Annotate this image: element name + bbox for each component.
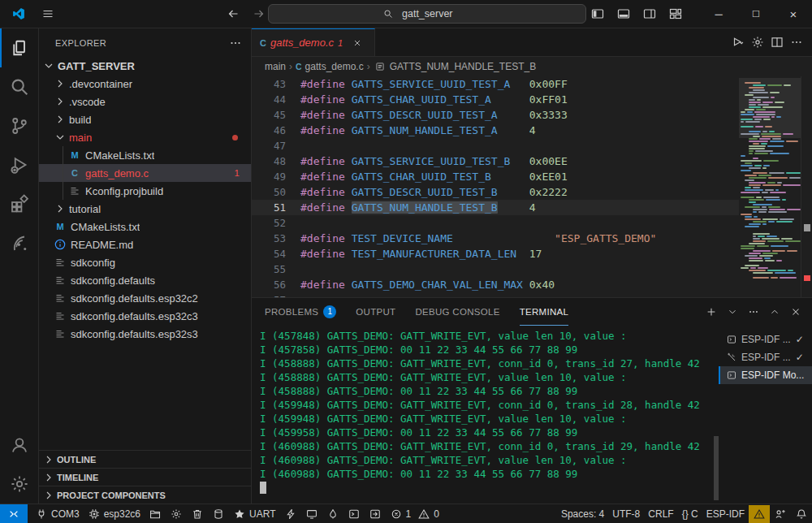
code-line-49[interactable]: 49#define GATTS_CHAR_UUID_TEST_B 0xEE01 [252,169,739,184]
status-remote-window-button[interactable] [0,504,28,523]
close-panel-icon[interactable] [786,302,806,322]
tree-item-sdkconfig-defaults[interactable]: sdkconfig.defaults [39,271,251,289]
code-line-55[interactable]: 55 [252,262,739,277]
status-monitor-button[interactable] [301,505,322,523]
code-line-56[interactable]: 56#define GATTS_DEMO_CHAR_VAL_LEN_MAX 0x… [252,277,739,292]
code-line-43[interactable]: 43#define GATTS_SERVICE_UUID_TEST_A 0x00… [252,76,739,92]
status-flash-button[interactable] [280,505,301,523]
new-terminal-icon[interactable] [702,302,721,322]
activitybar-source-control-icon[interactable] [0,106,38,145]
status-erase-flash-button[interactable] [208,505,229,523]
status-full-clean-button[interactable] [187,505,208,523]
code-line-44[interactable]: 44#define GATTS_CHAR_UUID_TEST_A 0xFF01 [252,92,739,107]
status-uart-button[interactable]: UART [229,505,279,523]
tree-item-kconfig-projbuild[interactable]: Kconfig.projbuild [39,182,251,200]
code-line-51[interactable]: 51#define GATTS_NUM_HANDLE_TEST_B 4 [252,200,739,215]
breadcrumb-item[interactable]: gatts_demo.c [305,61,364,72]
code-line-53[interactable]: 53#define TEST_DEVICE_NAME "ESP_GATTS_DE… [252,231,739,246]
tree-item-readme-md[interactable]: README.md [39,236,251,253]
minimap[interactable] [739,76,801,297]
panel-tab-terminal[interactable]: TERMINAL [520,298,569,326]
code-line-45[interactable]: 45#define GATTS_DESCR_UUID_TEST_A 0x3333 [252,107,739,123]
terminal-output[interactable]: I (457848) GATTS_DEMO: GATT_WRITE_EVT, v… [252,326,719,504]
terminal-list-item-1[interactable]: ESP-IDF ...✓ [719,331,812,348]
tab-gatts-demo[interactable]: C gatts_demo.c 1 [252,28,375,56]
code-editor[interactable]: 43#define GATTS_SERVICE_UUID_TEST_A 0x00… [252,76,812,297]
tree-item--devcontainer[interactable]: .devcontainer [39,75,251,93]
panel-tab-output[interactable]: OUTPUT [356,298,395,326]
breadcrumb-item[interactable]: GATTS_NUM_HANDLE_TEST_B [390,61,537,72]
split-editor-icon[interactable] [768,33,786,51]
status-feedback-button[interactable] [770,505,791,523]
toggle-sidebar-icon[interactable] [586,2,609,25]
activitybar-explorer-icon[interactable] [0,28,38,67]
section-timeline[interactable]: TIMELINE [39,468,251,486]
status-encoding-button[interactable]: UTF-8 [608,505,644,523]
section-project-components[interactable]: PROJECT COMPONENTS [39,486,251,504]
terminal-dropdown-icon[interactable] [723,302,742,322]
explorer-more-actions-icon[interactable] [227,34,244,52]
status-idf-warning-button[interactable] [749,505,770,523]
run-dropdown-icon[interactable] [729,33,747,51]
tree-item-sdkconfig[interactable]: sdkconfig [39,253,251,271]
status-flash-method-button[interactable] [145,505,166,523]
customize-layout-icon[interactable] [664,2,687,25]
code-line-46[interactable]: 46#define GATTS_NUM_HANDLE_TEST_A 4 [252,123,739,138]
terminal-scrollbar[interactable] [714,436,719,500]
maximize-button[interactable]: ☐ [737,0,775,28]
command-center-search[interactable] [268,4,586,24]
tree-item-tutorial[interactable]: tutorial [39,200,251,218]
overview-ruler[interactable] [801,76,812,297]
breadcrumb-item[interactable]: main [265,61,286,72]
editor-settings-icon[interactable] [749,33,767,51]
tree-item-cmakelists-txt[interactable]: MCMakeLists.txt [39,146,251,164]
nav-forward-icon[interactable] [250,5,268,23]
tree-item-cmakelists-txt[interactable]: MCMakeLists.txt [39,218,251,236]
status-debug-shortcut-button[interactable] [365,505,386,523]
close-button[interactable]: × [775,0,812,28]
activitybar-search-icon[interactable] [0,67,38,106]
minimize-button[interactable]: ─ [700,0,737,28]
activitybar-extensions-icon[interactable] [0,184,38,223]
code-line-50[interactable]: 50#define GATTS_DESCR_UUID_TEST_B 0x2222 [252,184,739,200]
panel-tab-problems[interactable]: PROBLEMS1 [265,298,336,326]
tree-root-gatt-server[interactable]: GATT_SERVER [39,57,251,75]
status-problems-button[interactable]: 10 [386,505,443,523]
terminal-list-item-3[interactable]: ESP-IDF Mo... [719,366,812,384]
code-line-52[interactable]: 52 [252,215,739,231]
code-line-48[interactable]: 48#define GATTS_SERVICE_UUID_TEST_B 0x00… [252,153,739,169]
status-device-target-button[interactable]: esp32c6 [84,505,145,523]
toggle-panel-icon[interactable] [612,2,635,25]
tab-close-icon[interactable] [348,34,366,52]
tree-item-build[interactable]: build [39,110,251,128]
status-notifications-button[interactable] [791,505,812,523]
tree-item-sdkconfig-defaults-esp32s3[interactable]: sdkconfig.defaults.esp32s3 [39,325,251,343]
code-line-54[interactable]: 54#define TEST_MANUFACTURER_DATA_LEN 17 [252,246,739,262]
activitybar-espressif-icon[interactable] [0,223,38,262]
status-build-flash-monitor-button[interactable] [322,505,343,523]
tree-item-gatts-demo-c[interactable]: Cgatts_demo.c1 [39,164,251,182]
panel-tab-debug-console[interactable]: DEBUG CONSOLE [415,298,499,326]
status-serial-port-button[interactable]: COM3 [31,505,84,523]
editor-more-actions-icon[interactable] [788,33,806,51]
menu-icon[interactable] [39,5,57,23]
code-line-47[interactable]: 47 [252,138,739,153]
toggle-secondary-sidebar-icon[interactable] [638,2,661,25]
status-esp-idf-button[interactable]: ESP-IDF [702,505,749,523]
status-menuconfig-button[interactable] [166,505,187,523]
status-eol-button[interactable]: CRLF [644,505,677,523]
status-language-mode-button[interactable]: {} C [678,505,702,523]
search-input[interactable] [402,8,475,19]
nav-back-icon[interactable] [224,5,242,23]
tree-item-sdkconfig-defaults-esp32c3[interactable]: sdkconfig.defaults.esp32c3 [39,307,251,325]
activitybar-settings-icon[interactable] [0,465,38,504]
tree-item-sdkconfig-defaults-esp32c2[interactable]: sdkconfig.defaults.esp32c2 [39,289,251,307]
status-terminal-shortcut-button[interactable] [343,505,365,523]
tree-item--vscode[interactable]: .vscode [39,93,251,110]
maximize-panel-icon[interactable] [765,302,784,322]
code-line-57[interactable]: 57 [252,292,739,297]
panel-more-actions-icon[interactable] [744,302,763,322]
tree-item-main[interactable]: main [39,128,251,146]
activitybar-run-debug-icon[interactable] [0,145,38,184]
status-indentation-button[interactable]: Spaces: 4 [557,505,608,523]
